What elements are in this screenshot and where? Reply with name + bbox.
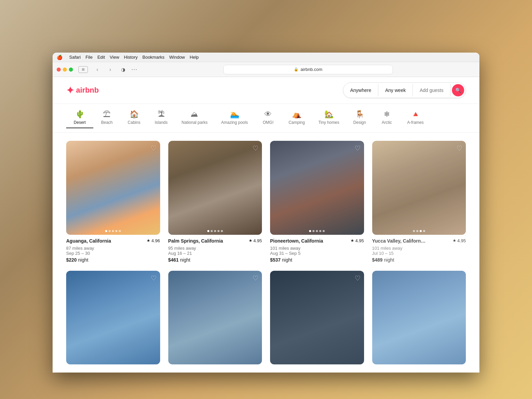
category-aframes-label: A-frames	[407, 120, 424, 125]
dot-2-1	[207, 230, 209, 232]
listing-info-1: Aguanga, California ★ 4.96	[66, 235, 160, 245]
dot-1	[105, 230, 107, 232]
menu-bookmarks[interactable]: Bookmarks	[142, 55, 165, 60]
anywhere-button[interactable]: Anywhere	[343, 84, 378, 96]
dot-3-5	[323, 230, 325, 232]
dot-2	[109, 230, 111, 232]
listing-image-8	[372, 271, 466, 365]
add-guests-button[interactable]: Add guests	[413, 84, 451, 96]
dot-4	[115, 230, 117, 232]
listing-image-5: ♡	[66, 271, 160, 365]
listing-price-3: $537 night	[270, 257, 364, 263]
aframes-icon: 🔺	[411, 111, 420, 118]
forward-button[interactable]: ›	[106, 65, 115, 74]
listing-dates-3: Aug 31 – Sep 5	[270, 251, 364, 256]
dot-3-4	[319, 230, 321, 232]
menu-help[interactable]: Help	[190, 55, 199, 60]
islands-icon: 🏝	[157, 111, 165, 118]
category-amazing-pools[interactable]: 🏊 Amazing pools	[214, 108, 255, 128]
listing-card-3[interactable]: ♡ Pioneertown, California ★ 4.95	[270, 141, 364, 263]
menu-window[interactable]: Window	[169, 55, 185, 60]
listing-info-3: Pioneertown, California ★ 4.95	[270, 235, 364, 245]
camping-icon: ⛺	[292, 111, 301, 118]
listing-card-4[interactable]: ♡ Yucca Valley, Californ… ★ 4.95 10	[372, 141, 466, 263]
tab-dots[interactable]: ···	[131, 66, 137, 73]
category-aframes[interactable]: 🔺 A-frames	[400, 108, 431, 128]
listing-image-7: ♡	[270, 271, 364, 365]
price-unit-1: night	[78, 257, 88, 263]
category-omg[interactable]: 👁 OMG!	[254, 108, 282, 128]
category-islands[interactable]: 🏝 Islands	[148, 108, 175, 128]
wishlist-button-2[interactable]: ♡	[252, 144, 259, 152]
menu-safari[interactable]: Safari	[69, 55, 81, 60]
dot-2-5	[221, 230, 223, 232]
mac-menubar: 🍎 Safari File Edit View History Bookmark…	[53, 53, 479, 62]
menu-edit[interactable]: Edit	[97, 55, 105, 60]
listings-grid: ♡ Aguanga, California ★ 4.96	[53, 133, 479, 271]
category-arctic[interactable]: ❄ Arctic	[373, 108, 400, 128]
category-desert[interactable]: 🌵 Desert	[66, 108, 93, 128]
menu-file[interactable]: File	[86, 55, 93, 60]
airbnb-header: ✦ airbnb Anywhere Any week Add guests 🔍	[53, 77, 479, 104]
rating-value-2: 4.95	[253, 238, 262, 243]
listing-rating-3: ★ 4.95	[350, 238, 364, 243]
dot-3-3	[316, 230, 318, 232]
listing-info-2: Palm Springs, California ★ 4.95	[168, 235, 262, 245]
close-button[interactable]	[57, 68, 61, 72]
sidebar-toggle-button[interactable]: ⊞	[78, 66, 88, 73]
wishlist-button-5[interactable]: ♡	[151, 274, 157, 282]
listing-dates-4: Jul 10 – 15	[372, 251, 466, 256]
category-nav: 🌵 Desert ⛱ Beach 🏠 Cabins 🏝 Islands ⛰ Na…	[53, 104, 479, 133]
wishlist-button-7[interactable]: ♡	[355, 274, 361, 282]
dot-3-1	[309, 230, 311, 232]
price-value-3: $537	[270, 257, 281, 263]
listings-row2: ♡ ♡ ♡	[53, 271, 479, 373]
category-design[interactable]: 🪑 Design	[346, 108, 373, 128]
listing-dates-1: Sep 25 – 30	[66, 251, 160, 256]
maximize-button[interactable]	[69, 68, 73, 72]
listing-dates-2: Aug 16 – 21	[168, 251, 262, 256]
listing-distance-1: 87 miles away	[66, 246, 160, 251]
listing-rating-4: ★ 4.95	[453, 238, 466, 243]
menu-view[interactable]: View	[110, 55, 119, 60]
wishlist-button-3[interactable]: ♡	[355, 144, 361, 152]
url-bar[interactable]: 🔒 airbnb.com	[223, 65, 393, 74]
minimize-button[interactable]	[63, 68, 67, 72]
category-tiny-homes[interactable]: 🏡 Tiny homes	[311, 108, 346, 128]
listing-card-5[interactable]: ♡	[66, 271, 160, 365]
airbnb-logo-icon: ✦	[66, 85, 74, 96]
listing-image-4: ♡	[372, 141, 466, 235]
listing-card-7[interactable]: ♡	[270, 271, 364, 365]
menu-history[interactable]: History	[124, 55, 137, 60]
category-beach[interactable]: ⛱ Beach	[93, 108, 120, 128]
airbnb-logo-text: airbnb	[76, 86, 99, 95]
listing-card-2[interactable]: ♡ Palm Springs, California ★ 4.95	[168, 141, 262, 263]
listing-card-6[interactable]: ♡	[168, 271, 262, 365]
category-amazing-pools-label: Amazing pools	[221, 120, 248, 125]
price-unit-2: night	[180, 257, 190, 263]
wishlist-button-1[interactable]: ♡	[151, 144, 157, 152]
back-button[interactable]: ‹	[93, 65, 102, 74]
listing-card-1[interactable]: ♡ Aguanga, California ★ 4.96	[66, 141, 160, 263]
arctic-icon: ❄	[384, 111, 390, 118]
category-national-parks[interactable]: ⛰ National parks	[175, 108, 214, 128]
wishlist-button-4[interactable]: ♡	[456, 144, 462, 152]
desert-icon: 🌵	[75, 111, 84, 118]
star-icon-3: ★	[350, 238, 354, 243]
airbnb-logo[interactable]: ✦ airbnb	[66, 85, 99, 96]
wishlist-button-6[interactable]: ♡	[252, 274, 259, 282]
price-unit-3: night	[282, 257, 292, 263]
star-icon-1: ★	[147, 238, 150, 243]
listing-card-8[interactable]	[372, 271, 466, 365]
dot-4-1	[413, 230, 415, 232]
reader-mode-button[interactable]: ◑	[118, 65, 128, 74]
price-value-1: $220	[66, 257, 77, 263]
search-submit-button[interactable]: 🔍	[452, 84, 464, 96]
category-cabins[interactable]: 🏠 Cabins	[120, 108, 148, 128]
dot-2-4	[217, 230, 220, 232]
category-camping[interactable]: ⛺ Camping	[282, 108, 311, 128]
dot-3-2	[312, 230, 315, 232]
national-parks-icon: ⛰	[191, 111, 198, 118]
any-week-button[interactable]: Any week	[378, 84, 413, 96]
sidebar-icon: ⊞	[82, 68, 84, 71]
